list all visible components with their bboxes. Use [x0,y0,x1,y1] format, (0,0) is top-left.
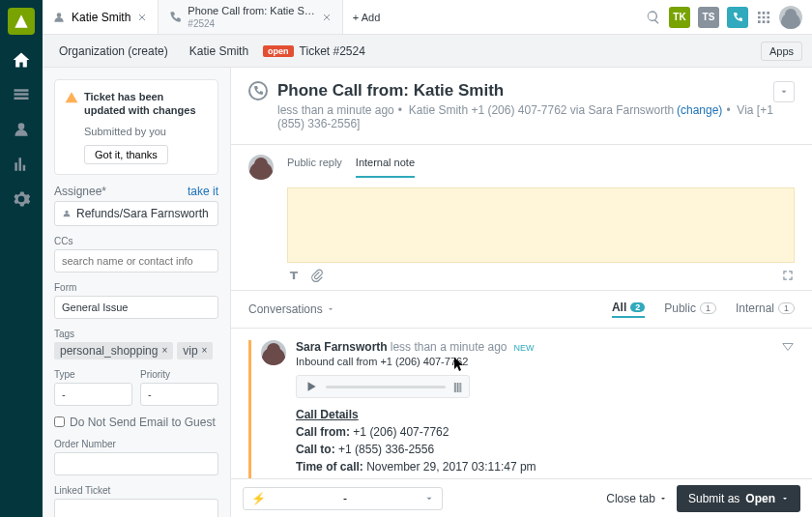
workspace-tabs: Katie Smith Phone Call from: Katie S… #2… [43,0,812,35]
chevron-down-icon [659,495,667,503]
waveform-icon: ||||| [453,382,461,392]
user-icon [62,209,72,218]
add-tab-button[interactable]: + Add [343,0,390,34]
tab-text: Phone Call from: Katie S… #2524 [188,5,314,28]
ticket-title: Phone Call from: Katie Smith [277,81,504,101]
tag-chip[interactable]: personal_shopping× [54,342,173,359]
type-field: Type - [54,369,132,406]
event-summary: Inbound call from +1 (206) 407-7762 [296,356,795,367]
breadcrumb-ticket[interactable]: open Ticket #2524 [263,44,365,58]
breadcrumb-org[interactable]: Organization (create) [52,42,175,61]
take-it-link[interactable]: take it [188,185,218,198]
ticket-options-button[interactable] [773,81,795,102]
text-format-icon[interactable] [287,269,301,282]
search-icon[interactable] [646,10,661,25]
phone-channel-icon [248,81,268,101]
chevron-down-icon [781,495,789,503]
submit-button[interactable]: Submit as Open [677,485,800,512]
tag-chip[interactable]: vip× [177,342,213,359]
form-field: Form General Issue [54,282,218,319]
status-badge: open [263,45,294,57]
apps-button[interactable]: Apps [761,42,802,61]
phone-icon [168,11,182,24]
notice-subtext: Submitted by you [84,126,208,137]
order-input[interactable] [54,452,218,475]
ticket-footer: ⚡ - Close tab Submit as Open [231,478,812,517]
tab-internal-note[interactable]: Internal note [356,157,415,178]
new-badge: NEW [514,343,535,353]
priority-select[interactable]: - [140,383,218,406]
event-action-icon[interactable] [781,340,795,354]
tab-public-reply[interactable]: Public reply [287,157,342,178]
assignee-input[interactable]: Refunds/Sara Farnsworth [54,201,218,226]
order-field: Order Number [54,439,218,475]
event-author: Sara Farnsworth [296,340,388,354]
mouse-cursor [454,358,466,373]
chevron-down-icon [424,494,434,503]
change-requester-link[interactable]: (change) [677,103,722,117]
zendesk-logo[interactable] [8,8,35,35]
close-icon[interactable] [136,12,148,23]
close-icon[interactable] [321,12,333,23]
update-notice: Ticket has been updated with changes Sub… [54,79,218,175]
audio-track[interactable] [326,386,446,388]
filter-public[interactable]: Public1 [664,302,716,317]
filter-all[interactable]: All2 [612,301,645,318]
remove-tag-icon: × [202,345,208,356]
tab-title: Katie Smith [72,11,130,24]
author-avatar [261,340,286,365]
linked-input[interactable] [54,499,218,517]
ticket-sidebar: Ticket has been updated with changes Sub… [43,68,231,517]
audio-player[interactable]: ||||| [296,375,470,398]
tab-ticket[interactable]: Phone Call from: Katie S… #2524 [159,0,342,34]
assignee-field: Assignee*take it Refunds/Sara Farnsworth [54,185,218,226]
breadcrumb-bar: Organization (create) Katie Smith open T… [43,35,812,68]
dnse-checkbox-row[interactable]: Do Not Send Email to Guest [54,416,218,429]
expand-icon[interactable] [781,269,795,282]
conversation-filters: Conversations All2 Public1 Internal1 [231,291,812,329]
apps-grid-icon[interactable] [756,10,771,25]
compose-area: Public reply Internal note [231,145,812,291]
compose-toolbar [248,263,795,290]
form-select[interactable]: General Issue [54,296,218,319]
agent-status-chip[interactable]: TK [669,7,690,28]
ticket-pane: Phone Call from: Katie Smith less than a… [231,68,812,517]
attachment-icon[interactable] [310,269,324,282]
warning-icon [65,91,78,104]
remove-tag-icon: × [161,345,167,356]
agent-avatar [248,155,274,180]
ticket-meta: less than a minute ago• Katie Smith +1 (… [277,103,795,130]
ccs-field: CCs [54,236,218,273]
user-icon [52,11,66,24]
left-rail [0,0,43,517]
tags-field: Tags personal_shopping× vip× [54,329,218,359]
priority-field: Priority - [140,369,218,406]
chat-status-chip[interactable]: TS [698,7,719,28]
breadcrumb-requester[interactable]: Katie Smith [183,42,255,61]
compose-textarea[interactable] [287,187,795,263]
talk-status-chip[interactable] [727,7,748,28]
main-area: Katie Smith Phone Call from: Katie S… #2… [43,0,812,517]
conversations-dropdown[interactable]: Conversations [248,302,334,316]
notice-text: Ticket has been updated with changes [84,90,208,118]
linked-field: Linked Ticket [54,485,218,517]
reports-icon[interactable] [12,155,31,174]
content-row: Ticket has been updated with changes Sub… [43,68,812,517]
tab-user[interactable]: Katie Smith [43,0,159,34]
type-select[interactable]: - [54,383,132,406]
chevron-down-icon [327,305,334,313]
close-tab-button[interactable]: Close tab [606,492,667,505]
macro-selector[interactable]: ⚡ - [243,487,443,510]
ccs-input[interactable] [54,249,218,273]
got-it-button[interactable]: Got it, thanks [84,145,168,164]
ticket-header: Phone Call from: Katie Smith less than a… [231,68,812,145]
topbar-right: TK TS [636,0,812,34]
views-icon[interactable] [12,85,31,104]
admin-icon[interactable] [12,189,31,209]
customers-icon[interactable] [12,120,31,139]
play-icon[interactable] [304,380,318,393]
filter-internal[interactable]: Internal1 [736,302,795,317]
profile-avatar[interactable] [779,6,802,29]
dnse-checkbox[interactable] [54,416,65,427]
home-icon[interactable] [12,50,31,70]
